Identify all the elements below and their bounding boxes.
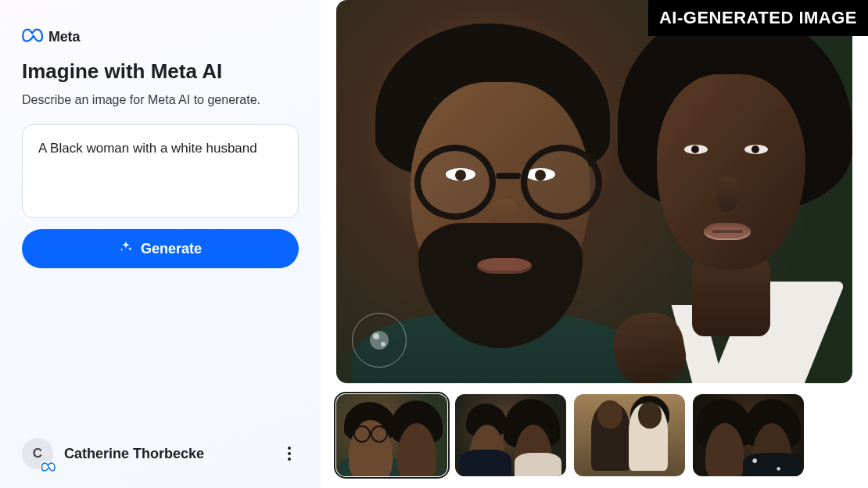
- thumbnail-3[interactable]: [574, 394, 685, 476]
- user-initial: C: [33, 446, 42, 461]
- meta-mini-icon: [41, 461, 56, 472]
- generate-button[interactable]: Generate: [22, 229, 299, 268]
- meta-logo-icon: [22, 28, 44, 45]
- thumbnail-2[interactable]: [455, 394, 566, 476]
- user-menu-button[interactable]: [280, 444, 299, 463]
- thumbnail-row: [336, 394, 859, 476]
- ai-watermark-icon: [352, 313, 407, 368]
- user-name: Catherine Thorbecke: [64, 446, 269, 462]
- prompt-input[interactable]: [22, 124, 299, 218]
- ai-generated-badge: AI-GENERATED IMAGE: [648, 0, 868, 36]
- sparkle-icon: [119, 240, 133, 258]
- generated-image-main[interactable]: [336, 0, 852, 383]
- page-title: Imagine with Meta AI: [22, 59, 299, 84]
- user-avatar[interactable]: C: [22, 438, 53, 469]
- main-area: AI-GENERATED IMAGE: [321, 0, 868, 488]
- user-row: C Catherine Thorbecke: [22, 438, 299, 469]
- page-subtitle: Describe an image for Meta AI to generat…: [22, 93, 299, 107]
- brand-name: Meta: [48, 29, 80, 45]
- brand-row: Meta: [22, 28, 299, 45]
- figure-woman: [594, 0, 852, 383]
- thumbnail-4[interactable]: [693, 394, 804, 476]
- thumbnail-1[interactable]: [336, 394, 447, 476]
- generate-label: Generate: [141, 241, 202, 257]
- sidebar: Meta Imagine with Meta AI Describe an im…: [0, 0, 321, 488]
